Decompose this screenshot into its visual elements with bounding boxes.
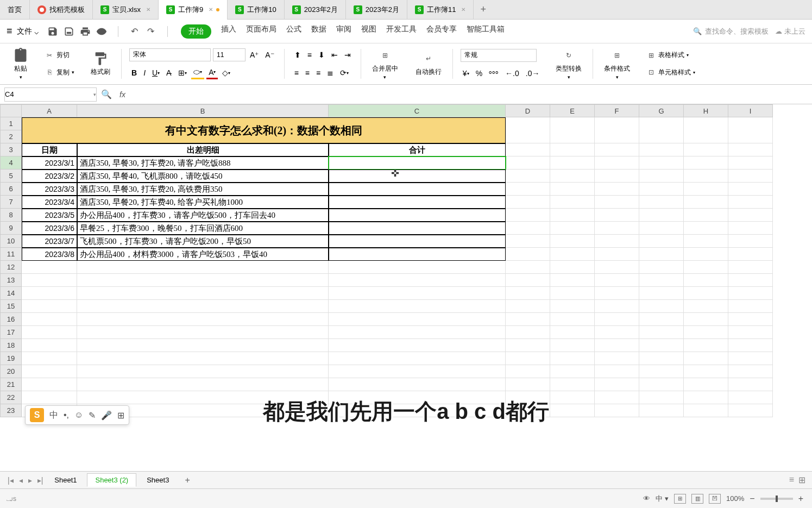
cell-B10[interactable]: 飞机票500，打车费30，请客户吃饭200，早饭50 <box>77 235 329 248</box>
cell[interactable] <box>684 287 728 300</box>
cell[interactable] <box>506 378 550 391</box>
cell-B4[interactable]: 酒店350, 早餐30, 打车费20, 请客户吃饭888 <box>77 156 329 170</box>
cell[interactable] <box>22 339 77 352</box>
cell[interactable] <box>684 222 728 235</box>
cell[interactable] <box>684 313 728 326</box>
cell[interactable] <box>595 143 639 156</box>
cell-C5[interactable] <box>329 170 506 183</box>
cell[interactable] <box>728 339 773 352</box>
cell[interactable] <box>506 222 550 235</box>
cell[interactable] <box>595 326 639 339</box>
cell[interactable] <box>684 248 728 261</box>
font-name-select[interactable] <box>129 48 211 61</box>
cell[interactable] <box>639 326 684 339</box>
cell[interactable] <box>550 352 595 365</box>
select-all-corner[interactable] <box>0 104 22 117</box>
cell[interactable] <box>728 378 773 391</box>
col-header-E[interactable]: E <box>550 104 595 117</box>
sheet-nav-last[interactable]: ▸| <box>36 476 45 485</box>
percent-button[interactable]: % <box>474 68 484 79</box>
cell[interactable] <box>595 209 639 222</box>
underline-button[interactable]: U▾ <box>150 67 162 78</box>
col-header-C[interactable]: C <box>329 104 506 117</box>
cell[interactable] <box>639 352 684 365</box>
cell[interactable] <box>595 313 639 326</box>
ime-floating-bar[interactable]: S 中 •, ☺ ✎ 🎤 ⊞ <box>25 405 129 425</box>
row-header-22[interactable]: 22 <box>0 391 22 404</box>
cell[interactable] <box>22 287 77 300</box>
col-header-G[interactable]: G <box>639 104 684 117</box>
cell[interactable] <box>728 313 773 326</box>
sheet-tab-sheet1[interactable]: Sheet1 <box>46 473 85 487</box>
row-header-5[interactable]: 5 <box>0 170 22 183</box>
cell[interactable] <box>506 235 550 248</box>
cell[interactable] <box>639 222 684 235</box>
align-middle-button[interactable]: ≡ <box>305 49 314 60</box>
cell[interactable] <box>22 326 77 339</box>
cell[interactable] <box>728 404 773 417</box>
cell[interactable] <box>728 391 773 404</box>
cell-A9[interactable]: 2023/3/6 <box>22 222 77 235</box>
cell[interactable] <box>684 300 728 313</box>
cell[interactable] <box>639 209 684 222</box>
ime-emoji-button[interactable]: ☺ <box>74 410 83 420</box>
cell-A11[interactable]: 2023/3/8 <box>22 248 77 261</box>
cell[interactable] <box>506 143 550 156</box>
row-header-8[interactable]: 8 <box>0 209 22 222</box>
tab-file-workbook11[interactable]: S工作簿11✕ <box>407 0 474 20</box>
cell[interactable] <box>684 183 728 196</box>
ribbon-tab-pagelayout[interactable]: 页面布局 <box>246 24 276 39</box>
cell[interactable] <box>22 274 77 287</box>
cell[interactable] <box>329 313 506 326</box>
cell[interactable] <box>684 391 728 404</box>
cell[interactable] <box>550 143 595 156</box>
cell[interactable] <box>595 248 639 261</box>
row-header-9[interactable]: 9 <box>0 222 22 235</box>
cell[interactable] <box>728 170 773 183</box>
cell[interactable] <box>550 248 595 261</box>
paste-button[interactable]: 粘贴▾ <box>10 47 32 81</box>
ime-punct-button[interactable]: •, <box>64 410 69 420</box>
header-cell-C[interactable]: 合计 <box>329 143 506 156</box>
tab-file-baobei[interactable]: S宝贝.xlsx✕ <box>93 0 159 20</box>
cell[interactable] <box>22 378 77 391</box>
cell[interactable] <box>728 222 773 235</box>
align-right-button[interactable]: ≡ <box>314 67 323 78</box>
save-as-icon[interactable] <box>64 26 74 37</box>
cell[interactable] <box>684 170 728 183</box>
cell[interactable] <box>550 365 595 378</box>
currency-button[interactable]: ¥▾ <box>461 68 471 79</box>
row-header-12[interactable]: 12 <box>0 261 22 274</box>
cell-A5[interactable]: 2023/3/2 <box>22 170 77 183</box>
merge-center-button[interactable]: ⊞ 合并居中▾ <box>369 47 401 81</box>
copy-button[interactable]: ⎘复制▾ <box>42 66 77 78</box>
title-merged-cell[interactable]: 有中文有数字怎么求和(2)：数据个数相同 <box>22 117 506 143</box>
tab-home[interactable]: 首页 <box>0 0 30 20</box>
cell[interactable] <box>550 300 595 313</box>
cell[interactable] <box>329 365 506 378</box>
ribbon-tab-review[interactable]: 审阅 <box>336 24 351 39</box>
redo-icon[interactable]: ↷ <box>146 26 156 37</box>
cell[interactable] <box>684 365 728 378</box>
cell[interactable] <box>329 274 506 287</box>
cell[interactable] <box>506 196 550 209</box>
cell-A8[interactable]: 2023/3/5 <box>22 209 77 222</box>
cell[interactable] <box>595 352 639 365</box>
row-header-2[interactable]: 2 <box>0 130 22 143</box>
zoom-slider[interactable] <box>760 498 793 500</box>
border-button[interactable]: ⊞▾ <box>176 67 189 78</box>
cell[interactable] <box>595 391 639 404</box>
cell[interactable] <box>329 300 506 313</box>
align-bottom-button[interactable]: ⬇ <box>316 49 327 60</box>
cell-A10[interactable]: 2023/3/7 <box>22 235 77 248</box>
row-header-20[interactable]: 20 <box>0 365 22 378</box>
cell[interactable] <box>639 339 684 352</box>
cell[interactable] <box>506 352 550 365</box>
ribbon-tab-start[interactable]: 开始 <box>181 24 211 39</box>
cell-A4[interactable]: 2023/3/1 <box>22 156 77 170</box>
cell[interactable] <box>329 378 506 391</box>
ribbon-tab-formula[interactable]: 公式 <box>286 24 301 39</box>
row-header-7[interactable]: 7 <box>0 196 22 209</box>
col-header-F[interactable]: F <box>595 104 639 117</box>
cell[interactable] <box>684 378 728 391</box>
